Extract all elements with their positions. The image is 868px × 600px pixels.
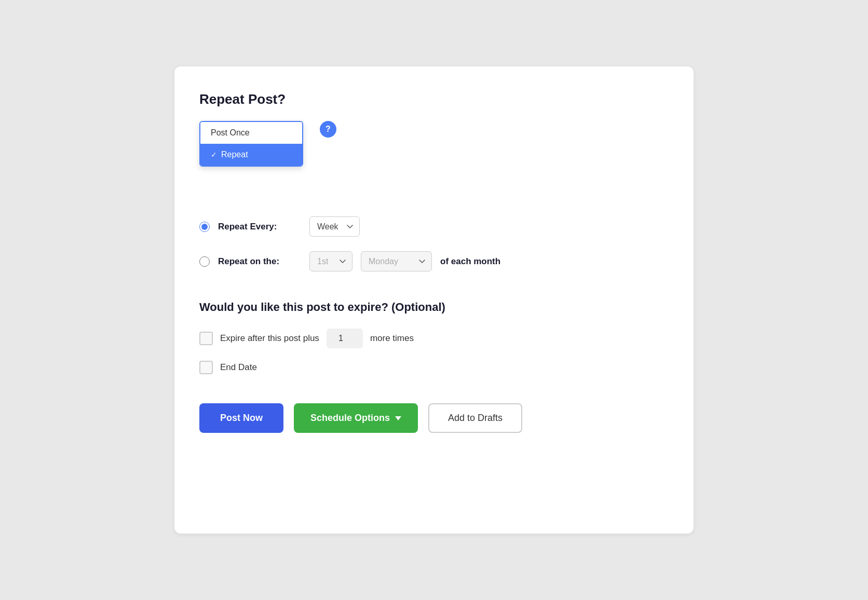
weekday-select[interactable]: Monday Tuesday Wednesday Thursday Friday… — [361, 251, 432, 271]
expire-after-checkbox[interactable] — [199, 332, 213, 345]
repeat-every-radio[interactable] — [199, 222, 210, 232]
add-to-drafts-button[interactable]: Add to Drafts — [428, 403, 522, 433]
actions-row: Post Now Schedule Options Add to Drafts — [199, 403, 669, 433]
header-row: Repeat Post? — [199, 91, 669, 117]
of-each-month-label: of each month — [440, 256, 500, 267]
expire-after-row: Expire after this post plus more times — [199, 329, 669, 348]
repeat-options: Repeat Every: Day Week Month Year Repeat… — [199, 216, 669, 271]
repeat-on-the-row: Repeat on the: 1st 2nd 3rd 4th Last Mond… — [199, 251, 669, 271]
option-repeat[interactable]: ✓ Repeat — [200, 144, 302, 166]
expire-after-label-after: more times — [370, 333, 414, 344]
expire-after-input[interactable] — [327, 329, 363, 348]
end-date-row: End Date — [199, 361, 669, 374]
expire-after-label-before: Expire after this post plus — [220, 333, 319, 344]
repeat-every-label[interactable]: Repeat Every: — [218, 222, 301, 232]
checkmark-icon: ✓ — [211, 151, 217, 159]
post-now-button[interactable]: Post Now — [199, 403, 283, 433]
expire-title: Would you like this post to expire? (Opt… — [199, 301, 669, 314]
repeat-on-the-label[interactable]: Repeat on the: — [218, 256, 301, 267]
repeat-on-the-radio[interactable] — [199, 256, 210, 267]
repeat-dropdown[interactable]: Post Once ✓ Repeat — [199, 121, 303, 167]
schedule-options-button[interactable]: Schedule Options — [294, 403, 418, 433]
day-of-month-select[interactable]: 1st 2nd 3rd 4th Last — [309, 251, 352, 271]
expire-section: Would you like this post to expire? (Opt… — [199, 301, 669, 374]
chevron-down-icon — [395, 416, 401, 420]
help-icon[interactable]: ? — [320, 121, 336, 138]
option-post-once[interactable]: Post Once — [200, 122, 302, 144]
section-title: Repeat Post? — [199, 91, 286, 107]
repeat-every-row: Repeat Every: Day Week Month Year — [199, 216, 669, 237]
end-date-label: End Date — [220, 362, 257, 373]
repeat-every-select[interactable]: Day Week Month Year — [309, 216, 360, 237]
end-date-checkbox[interactable] — [199, 361, 213, 374]
main-card: Repeat Post? Post Once ✓ Repeat ? Repeat… — [174, 66, 694, 534]
repeat-dropdown-wrapper: Post Once ✓ Repeat — [199, 121, 303, 167]
